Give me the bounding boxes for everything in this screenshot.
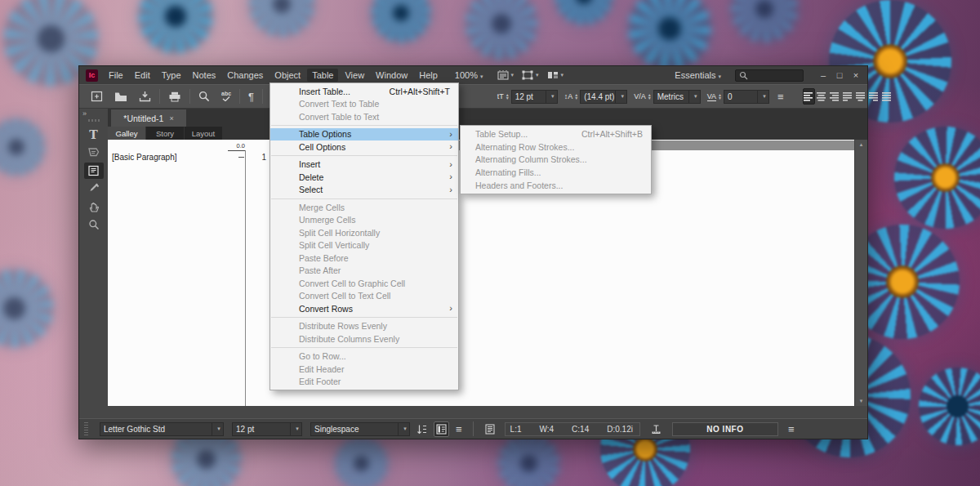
menu-item-merge-cells[interactable]: Merge Cells [270, 201, 458, 214]
story-info-button[interactable] [483, 421, 498, 437]
line-spacing-toggle-button[interactable] [414, 421, 430, 437]
submenu-item-headers-and-footers[interactable]: Headers and Footers... [461, 179, 651, 192]
menu-item-convert-cell-to-graphic-cell[interactable]: Convert Cell to Graphic Cell [270, 277, 458, 290]
menu-table[interactable]: Table [307, 69, 338, 82]
menu-item-distribute-columns-evenly[interactable]: Distribute Columns Evenly [270, 332, 458, 346]
statusbar-menu-button[interactable]: ≡ [456, 423, 462, 435]
minimize-button[interactable]: – [815, 70, 831, 80]
menu-item-split-cell-horizontally[interactable]: Split Cell Horizontally [270, 226, 458, 239]
note-tool-icon [87, 147, 100, 158]
workspace-switcher[interactable]: Essentials▾ [670, 69, 726, 82]
menu-file[interactable]: File [104, 69, 128, 82]
menu-window[interactable]: Window [371, 69, 412, 82]
print-button[interactable] [168, 91, 181, 102]
menu-item-go-to-row[interactable]: Go to Row... [270, 350, 458, 363]
alignment-group [803, 88, 893, 105]
justify-all-icon [882, 92, 892, 101]
vertical-scrollbar[interactable]: ▴ ▾ [854, 140, 867, 406]
menu-notes[interactable]: Notes [188, 69, 221, 82]
menu-item-cell-options[interactable]: Cell Options› [270, 140, 458, 154]
zoom-tool[interactable] [84, 216, 104, 233]
menu-item-convert-table-to-text[interactable]: Convert Table to Text [270, 110, 458, 123]
eyedropper-tool[interactable] [84, 181, 104, 197]
tracking-select[interactable]: 0▾ [724, 90, 769, 104]
type-tool[interactable]: T [84, 127, 104, 143]
info-column-toggle-button[interactable] [434, 421, 449, 437]
new-document-button[interactable] [91, 91, 103, 102]
search-input[interactable] [735, 69, 804, 82]
font-family-select[interactable]: Letter Gothic Std▾ [100, 422, 224, 436]
submenu-item-table-setup[interactable]: Table Setup...Ctrl+Alt+Shift+B [461, 127, 651, 140]
depth-ruler-button[interactable] [648, 421, 664, 437]
view-options-button[interactable]: ▾ [497, 70, 514, 80]
statusbar-size-select[interactable]: 12 pt▾ [232, 422, 302, 436]
menu-edit[interactable]: Edit [130, 69, 155, 82]
hand-tool[interactable] [84, 198, 104, 215]
menu-item-convert-cell-to-text-cell[interactable]: Convert Cell to Text Cell [270, 290, 458, 303]
show-hidden-characters-button[interactable]: ¶ [248, 91, 254, 103]
font-size-stepper[interactable]: ▴▾ [506, 93, 509, 100]
menu-item-distribute-rows-evenly[interactable]: Distribute Rows Evenly [270, 320, 458, 333]
find-button[interactable] [198, 91, 210, 102]
submenu-item-alternating-column-strokes[interactable]: Alternating Column Strokes... [461, 154, 651, 167]
font-size-select[interactable]: 12 pt▾ [511, 90, 558, 104]
scroll-down-icon[interactable]: ▾ [860, 398, 863, 404]
spell-check-button[interactable]: abc [221, 91, 231, 101]
submenu-arrow-icon: › [449, 129, 452, 139]
kerning-select[interactable]: Metrics▾ [653, 90, 701, 104]
menu-item-split-cell-vertically[interactable]: Split Cell Vertically [270, 239, 458, 252]
count-info-box: L:1 W:4 C:14 D:0.12i [505, 422, 640, 436]
statusbar-grip[interactable] [84, 422, 88, 435]
collapse-panel-icon[interactable]: » [79, 109, 108, 118]
copyfit-menu-button[interactable]: ≡ [788, 423, 795, 435]
menu-item-insert[interactable]: Insert› [270, 158, 458, 172]
menu-item-paste-after[interactable]: Paste After [270, 265, 458, 278]
menu-item-insert-table[interactable]: Insert Table...Ctrl+Alt+Shift+T [270, 85, 458, 98]
tab-layout[interactable]: Layout [185, 127, 222, 140]
close-button[interactable]: × [848, 70, 864, 80]
arrange-documents-button[interactable]: ▾ [547, 70, 564, 80]
tracking-icon: VA [707, 92, 716, 101]
story-editor-tool[interactable] [84, 163, 104, 179]
menu-item-table-options[interactable]: Table Options› [270, 128, 458, 141]
menu-changes[interactable]: Changes [222, 69, 268, 82]
menu-item-convert-text-to-table[interactable]: Convert Text to Table [270, 98, 458, 111]
menu-type[interactable]: Type [157, 69, 186, 82]
maximize-button[interactable]: □ [831, 70, 848, 80]
align-left-button[interactable] [803, 88, 815, 105]
align-center-button[interactable] [816, 88, 828, 105]
leading-stepper[interactable]: ▴▾ [575, 93, 577, 100]
justify-all-button[interactable] [881, 88, 893, 105]
justify-last-left-button[interactable] [842, 88, 854, 105]
justify-last-right-button[interactable] [868, 88, 880, 105]
menu-object[interactable]: Object [270, 69, 305, 82]
scroll-up-icon[interactable]: ▴ [860, 141, 863, 148]
note-tool[interactable] [84, 145, 104, 161]
submenu-item-alternating-fills[interactable]: Alternating Fills... [461, 166, 651, 179]
menu-item-paste-before[interactable]: Paste Before [270, 252, 458, 265]
menu-item-unmerge-cells[interactable]: Unmerge Cells [270, 214, 458, 227]
tab-story[interactable]: Story [146, 127, 184, 140]
line-spacing-select[interactable]: Singlespace▾ [310, 422, 410, 436]
menu-help[interactable]: Help [414, 69, 443, 82]
menu-item-edit-footer[interactable]: Edit Footer [270, 376, 458, 389]
align-right-button[interactable] [829, 88, 841, 105]
submenu-item-alternating-row-strokes[interactable]: Alternating Row Strokes... [461, 140, 651, 154]
tracking-stepper[interactable]: ▴▾ [719, 93, 721, 100]
menu-item-select[interactable]: Select› [270, 184, 458, 197]
menu-item-convert-rows[interactable]: Convert Rows› [270, 302, 458, 315]
leading-select[interactable]: (14.4 pt)▾ [580, 90, 627, 104]
document-tab[interactable]: *Untitled-1 × [111, 109, 186, 127]
close-tab-icon[interactable]: × [169, 114, 173, 123]
open-button[interactable] [114, 91, 127, 102]
menu-item-edit-header[interactable]: Edit Header [270, 363, 458, 376]
character-panel-menu-button[interactable]: ≡ [777, 91, 784, 103]
zoom-level-control[interactable]: 100%▾ [450, 69, 488, 82]
menu-item-delete[interactable]: Delete› [270, 171, 458, 184]
screen-mode-button[interactable]: ▾ [522, 70, 539, 80]
kerning-stepper[interactable]: ▴▾ [648, 93, 651, 100]
menu-view[interactable]: View [340, 69, 369, 82]
justify-last-center-button[interactable] [855, 88, 867, 105]
save-button[interactable] [139, 91, 151, 102]
tab-galley[interactable]: Galley [108, 127, 145, 140]
